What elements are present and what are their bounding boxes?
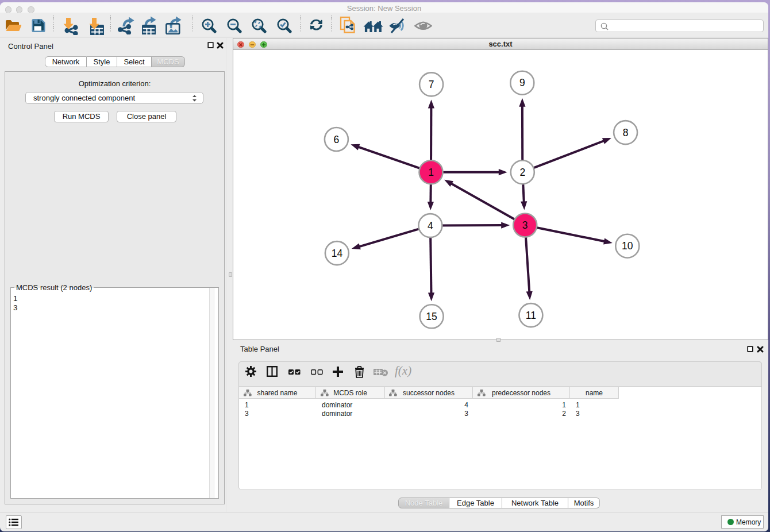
svg-text:11: 11: [526, 310, 536, 321]
svg-text:1: 1: [428, 167, 434, 178]
svg-text:4: 4: [428, 220, 433, 232]
svg-text:6: 6: [334, 134, 340, 145]
svg-text:7: 7: [429, 79, 434, 90]
svg-text:9: 9: [519, 77, 525, 88]
svg-text:2: 2: [519, 167, 525, 178]
svg-text:15: 15: [426, 311, 437, 322]
svg-text:8: 8: [623, 127, 629, 138]
svg-text:14: 14: [332, 248, 343, 259]
svg-text:3: 3: [522, 219, 528, 231]
svg-text:10: 10: [622, 240, 633, 252]
